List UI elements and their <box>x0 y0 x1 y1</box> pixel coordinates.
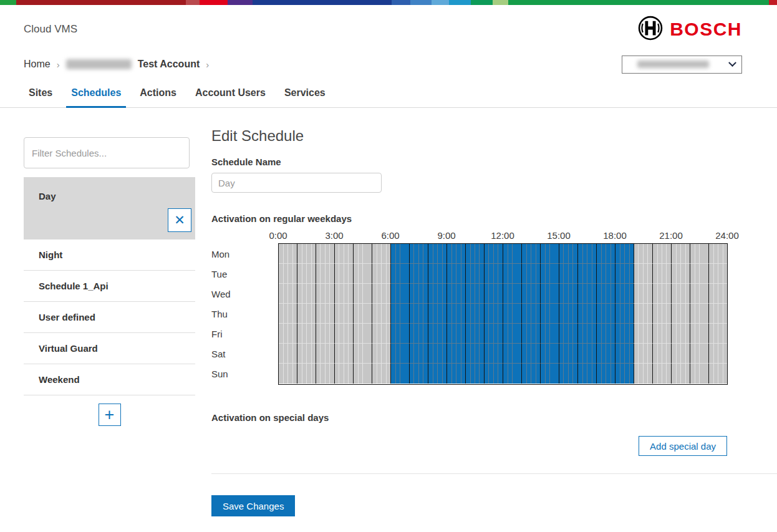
tab-actions[interactable]: Actions <box>135 82 181 108</box>
hour-cell-thu-14[interactable] <box>540 304 559 324</box>
hour-cell-sat-6[interactable] <box>390 344 409 364</box>
hour-cell-tue-14[interactable] <box>540 264 559 284</box>
filter-schedules-input[interactable] <box>24 137 190 168</box>
hour-cell-sun-9[interactable] <box>446 364 465 384</box>
hour-cell-thu-13[interactable] <box>521 304 540 324</box>
hour-cell-mon-6[interactable] <box>390 244 409 264</box>
hour-cell-thu-23[interactable] <box>708 304 727 324</box>
hour-cell-sat-20[interactable] <box>652 344 671 364</box>
weekday-grid[interactable] <box>278 243 728 385</box>
hour-cell-thu-15[interactable] <box>559 304 577 324</box>
hour-cell-fri-1[interactable] <box>297 324 316 344</box>
hour-cell-wed-14[interactable] <box>540 284 559 304</box>
hour-cell-sun-12[interactable] <box>503 364 521 384</box>
hour-cell-thu-4[interactable] <box>353 304 372 324</box>
hour-cell-wed-1[interactable] <box>297 284 316 304</box>
hour-cell-thu-6[interactable] <box>390 304 409 324</box>
hour-cell-fri-7[interactable] <box>409 324 428 344</box>
hour-cell-wed-15[interactable] <box>559 284 577 304</box>
hour-cell-thu-19[interactable] <box>634 304 652 324</box>
hour-cell-wed-4[interactable] <box>353 284 372 304</box>
hour-cell-mon-15[interactable] <box>559 244 577 264</box>
hour-cell-fri-14[interactable] <box>540 324 559 344</box>
hour-cell-wed-18[interactable] <box>615 284 634 304</box>
hour-cell-mon-13[interactable] <box>521 244 540 264</box>
hour-cell-sat-21[interactable] <box>671 344 690 364</box>
hour-cell-thu-21[interactable] <box>671 304 690 324</box>
schedule-row-tue[interactable] <box>279 264 727 284</box>
hour-cell-tue-7[interactable] <box>409 264 428 284</box>
schedule-row-thu[interactable] <box>279 304 727 324</box>
hour-cell-sun-20[interactable] <box>652 364 671 384</box>
hour-cell-fri-9[interactable] <box>446 324 465 344</box>
hour-cell-mon-8[interactable] <box>428 244 446 264</box>
hour-cell-sun-15[interactable] <box>559 364 577 384</box>
hour-cell-wed-23[interactable] <box>708 284 727 304</box>
hour-cell-sun-2[interactable] <box>316 364 334 384</box>
hour-cell-mon-11[interactable] <box>484 244 503 264</box>
hour-cell-mon-16[interactable] <box>577 244 596 264</box>
hour-cell-sun-11[interactable] <box>484 364 503 384</box>
hour-cell-thu-5[interactable] <box>372 304 390 324</box>
hour-cell-fri-6[interactable] <box>390 324 409 344</box>
hour-cell-sat-10[interactable] <box>465 344 484 364</box>
hour-cell-thu-20[interactable] <box>652 304 671 324</box>
hour-cell-sat-8[interactable] <box>428 344 446 364</box>
hour-cell-thu-11[interactable] <box>484 304 503 324</box>
hour-cell-sun-21[interactable] <box>671 364 690 384</box>
account-dropdown[interactable] <box>622 56 742 74</box>
hour-cell-sat-3[interactable] <box>334 344 353 364</box>
hour-cell-mon-23[interactable] <box>708 244 727 264</box>
hour-cell-fri-4[interactable] <box>353 324 372 344</box>
add-schedule-button[interactable]: + <box>99 404 121 426</box>
schedule-item-day-selected[interactable]: Day ✕ <box>24 177 195 239</box>
hour-cell-thu-22[interactable] <box>690 304 708 324</box>
hour-cell-thu-2[interactable] <box>316 304 334 324</box>
schedule-item-user-defined[interactable]: User defined <box>24 302 195 333</box>
hour-cell-wed-5[interactable] <box>372 284 390 304</box>
hour-cell-fri-23[interactable] <box>708 324 727 344</box>
hour-cell-wed-22[interactable] <box>690 284 708 304</box>
hour-cell-wed-19[interactable] <box>634 284 652 304</box>
hour-cell-thu-9[interactable] <box>446 304 465 324</box>
schedule-row-fri[interactable] <box>279 324 727 344</box>
hour-cell-thu-8[interactable] <box>428 304 446 324</box>
breadcrumb-home-link[interactable]: Home <box>24 59 51 70</box>
hour-cell-tue-6[interactable] <box>390 264 409 284</box>
schedule-row-mon[interactable] <box>279 244 727 264</box>
hour-cell-sun-23[interactable] <box>708 364 727 384</box>
hour-cell-tue-19[interactable] <box>634 264 652 284</box>
hour-cell-thu-18[interactable] <box>615 304 634 324</box>
hour-cell-wed-7[interactable] <box>409 284 428 304</box>
schedule-item-night[interactable]: Night <box>24 239 195 271</box>
hour-cell-sun-13[interactable] <box>521 364 540 384</box>
hour-cell-thu-17[interactable] <box>596 304 615 324</box>
schedule-row-wed[interactable] <box>279 284 727 304</box>
hour-cell-fri-18[interactable] <box>615 324 634 344</box>
hour-cell-tue-15[interactable] <box>559 264 577 284</box>
hour-cell-wed-11[interactable] <box>484 284 503 304</box>
hour-cell-tue-12[interactable] <box>503 264 521 284</box>
hour-cell-mon-9[interactable] <box>446 244 465 264</box>
hour-cell-wed-2[interactable] <box>316 284 334 304</box>
hour-cell-tue-17[interactable] <box>596 264 615 284</box>
hour-cell-fri-20[interactable] <box>652 324 671 344</box>
hour-cell-sun-0[interactable] <box>279 364 297 384</box>
hour-cell-sun-19[interactable] <box>634 364 652 384</box>
hour-cell-fri-15[interactable] <box>559 324 577 344</box>
hour-cell-sun-17[interactable] <box>596 364 615 384</box>
hour-cell-wed-13[interactable] <box>521 284 540 304</box>
hour-cell-fri-19[interactable] <box>634 324 652 344</box>
hour-cell-mon-1[interactable] <box>297 244 316 264</box>
schedule-row-sun[interactable] <box>279 364 727 384</box>
hour-cell-tue-18[interactable] <box>615 264 634 284</box>
hour-cell-tue-10[interactable] <box>465 264 484 284</box>
tab-account-users[interactable]: Account Users <box>190 82 271 108</box>
tab-sites[interactable]: Sites <box>24 82 57 108</box>
hour-cell-mon-12[interactable] <box>503 244 521 264</box>
hour-cell-wed-10[interactable] <box>465 284 484 304</box>
hour-cell-sat-12[interactable] <box>503 344 521 364</box>
hour-cell-sun-18[interactable] <box>615 364 634 384</box>
hour-cell-thu-3[interactable] <box>334 304 353 324</box>
tab-schedules[interactable]: Schedules <box>66 82 126 108</box>
